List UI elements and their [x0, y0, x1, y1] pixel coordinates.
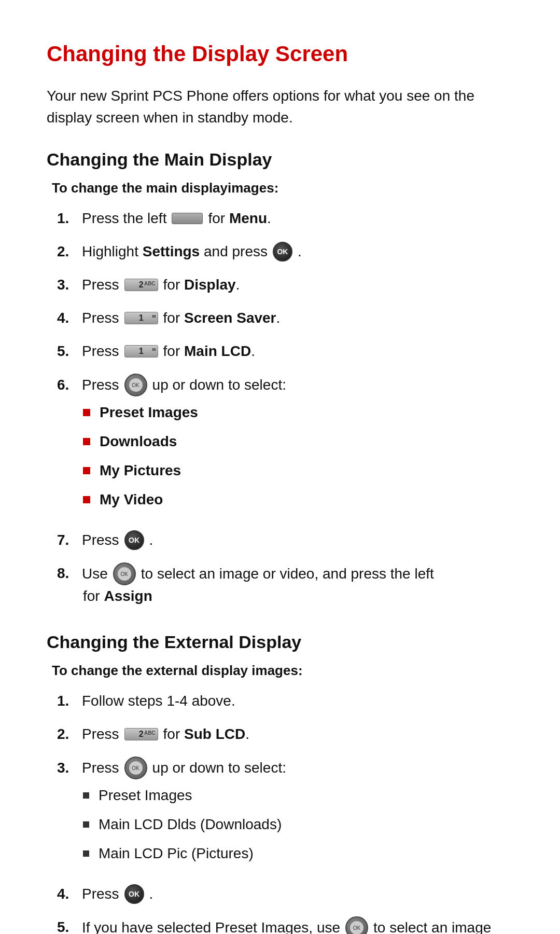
ext-step-2: 2. Press 2ABC for Sub LCD. [57, 723, 513, 745]
step-4-text-for: for Screen Saver. [163, 307, 281, 329]
step-5: 5. Press 1✉ for Main LCD. [57, 340, 513, 362]
ok-button-icon-ext4: OK [124, 884, 144, 904]
nav-button-icon-ext5: OK [345, 916, 368, 934]
red-bullet-2 [83, 438, 90, 445]
subitem-my-pictures: My Pictures [83, 460, 198, 482]
step-3-content: Press 2ABC for Display. [82, 274, 513, 296]
step-8-text-select: to select an image or video, and press t… [141, 563, 434, 585]
step-7-text-press: Press [82, 529, 119, 551]
step-5-content: Press 1✉ for Main LCD. [82, 340, 513, 362]
step-4-text-press: Press [82, 307, 119, 329]
nav-button-icon-ext3: OK [124, 757, 147, 779]
ext-subitem-dlds: Main LCD Dlds (Downloads) [83, 814, 282, 835]
step-4-content: Press 1✉ for Screen Saver. [82, 307, 513, 329]
menu-button-icon [172, 213, 203, 224]
ext-step-5-num: 5. [57, 916, 82, 934]
ext-step-4-num: 4. [57, 883, 82, 905]
step-2-content: Highlight Settings and press OK . [82, 241, 513, 263]
ok-button-icon: OK [273, 242, 292, 262]
ext-step-2-content: Press 2ABC for Sub LCD. [82, 723, 513, 745]
ext-step-5-select-text: to select an image [373, 917, 491, 934]
subitem-preset-label: Preset Images [100, 402, 198, 423]
step-2-text: Highlight Settings and press [82, 241, 268, 263]
section-main-display: Changing the Main Display To change the … [47, 149, 513, 607]
ext-step-3-subitems: Preset Images Main LCD Dlds (Downloads) … [83, 785, 282, 872]
ok-button-icon-7: OK [124, 530, 144, 550]
ext-step-2-press: Press [82, 723, 119, 745]
step-3-text-press: Press [82, 274, 119, 296]
intro-text: Your new Sprint PCS Phone offers options… [47, 85, 513, 129]
ext-step-5-content: If you have selected Preset Images, use … [82, 916, 491, 934]
step-7-num: 7. [57, 529, 82, 551]
ext-step-5-header: 5. If you have selected Preset Images, u… [57, 916, 491, 934]
ext-subitem-dlds-label: Main LCD Dlds (Downloads) [99, 814, 282, 835]
step-3-num: 3. [57, 274, 82, 296]
ext-step-3-num: 3. [57, 757, 82, 779]
ext-step-2-num: 2. [57, 723, 82, 745]
section-external-display: Changing the External Display To change … [47, 632, 513, 934]
section2-sublabel: To change the external display images: [52, 663, 513, 679]
ext-step-5: 5. If you have selected Preset Images, u… [57, 916, 513, 934]
nav-inner-8: OK [118, 567, 131, 581]
step-5-text-for: for Main LCD. [163, 340, 255, 362]
subitem-my-video: My Video [83, 489, 198, 511]
step-1-text-for: for Menu. [208, 208, 271, 229]
subitem-downloads-label: Downloads [100, 431, 177, 452]
step-4-num: 4. [57, 307, 82, 329]
key-1-button-icon: 1✉ [124, 312, 158, 324]
step-3: 3. Press 2ABC for Display. [57, 274, 513, 296]
ext-subitem-preset-label: Preset Images [99, 785, 192, 806]
subitem-pictures-label: My Pictures [100, 460, 181, 482]
section1-sublabel: To change the main displayimages: [52, 180, 513, 196]
dark-bullet-2 [83, 821, 89, 828]
step-7-content: Press OK . [82, 529, 513, 551]
ext-step-1-num: 1. [57, 690, 82, 712]
step-6-subitems: Preset Images Downloads My Pictures My V… [83, 402, 198, 518]
step-8-header: 8. Use OK to select an image or video, a… [57, 562, 434, 585]
step-1-num: 1. [57, 208, 82, 229]
step-6-content: Press OK up or down to select: [82, 374, 286, 396]
step-2-period: . [298, 241, 302, 263]
key-2-button-icon: 2ABC [124, 279, 158, 291]
step-6-num: 6. [57, 374, 82, 396]
key-2b-button-icon: 2ABC [124, 728, 158, 740]
nav-inner-6: OK [129, 378, 143, 392]
step-1-text-before: Press the left [82, 208, 166, 229]
step-4: 4. Press 1✉ for Screen Saver. [57, 307, 513, 329]
step-2: 2. Highlight Settings and press OK . [57, 241, 513, 263]
step-8-num: 8. [57, 562, 82, 584]
ext-subitem-pic: Main LCD Pic (Pictures) [83, 843, 282, 864]
step-1: 1. Press the left for Menu. [57, 208, 513, 229]
nav-inner-ext3: OK [129, 761, 143, 775]
step-5-text-press: Press [82, 340, 119, 362]
subitem-video-label: My Video [100, 489, 163, 511]
page-content: Changing the Display Screen Your new Spr… [0, 0, 560, 934]
section1-steps: 1. Press the left for Menu. 2. Highlight… [57, 208, 513, 607]
ext-step-5-if-text: If you have selected Preset Images, use [82, 917, 340, 934]
step-7: 7. Press OK . [57, 529, 513, 551]
ext-step-4-period: . [149, 883, 153, 905]
step-3-text-for: for Display. [163, 274, 240, 296]
page-title: Changing the Display Screen [47, 42, 513, 66]
ext-step-2-for: for Sub LCD. [163, 723, 249, 745]
step-6-text-press: Press [82, 374, 119, 396]
red-bullet-3 [83, 467, 90, 474]
red-bullet-1 [83, 409, 90, 416]
subitem-downloads: Downloads [83, 431, 198, 452]
ext-step-4-content: Press OK . [82, 883, 513, 905]
nav-inner-ext5: OK [350, 921, 363, 934]
step-8: 8. Use OK to select an image or video, a… [57, 562, 513, 607]
ext-step-4-press: Press [82, 883, 119, 905]
subitem-preset-images: Preset Images [83, 402, 198, 423]
step-8-content: Use OK to select an image or video, and … [82, 562, 434, 585]
step-2-num: 2. [57, 241, 82, 263]
step-6: 6. Press OK up or down to select: Preset… [57, 374, 513, 518]
section2-steps: 1. Follow steps 1-4 above. 2. Press 2ABC… [57, 690, 513, 934]
ext-step-3: 3. Press OK up or down to select: Preset… [57, 757, 513, 872]
step-6-text-updown: up or down to select: [152, 374, 286, 396]
step-8-assign-line: for Assign [83, 585, 152, 607]
step-6-header: 6. Press OK up or down to select: [57, 374, 286, 396]
ext-step-1-text: Follow steps 1-4 above. [82, 690, 235, 712]
section1-title: Changing the Main Display [47, 149, 513, 170]
nav-button-icon-6: OK [124, 374, 147, 396]
